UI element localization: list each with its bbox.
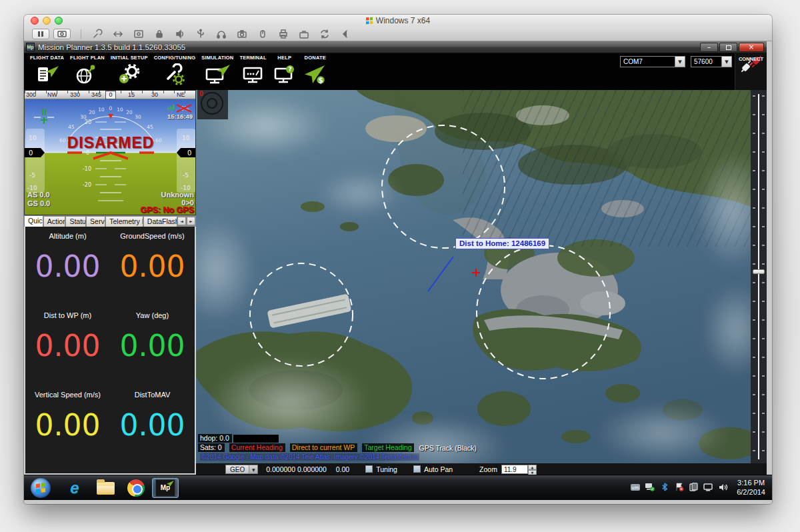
terminal-icon: [241, 62, 265, 87]
menu-simulation[interactable]: SIMULATION: [201, 55, 233, 90]
virtual-disk-icon[interactable]: [133, 29, 145, 39]
camera-icon[interactable]: [237, 29, 248, 39]
quick-cell-dist-to-wp[interactable]: Dist to WP (m) 0.00: [25, 307, 110, 387]
minimize-button[interactable]: –: [700, 43, 718, 52]
headphones-icon[interactable]: [216, 29, 227, 39]
taskbar-chrome[interactable]: [123, 478, 149, 498]
svg-text:20: 20: [89, 109, 95, 115]
display-icon[interactable]: [703, 482, 713, 492]
auto-pan-label: Auto Pan: [424, 465, 453, 473]
mission-planner-icon: Mp: [155, 479, 175, 497]
menu-initial-setup[interactable]: INITIAL SETUP: [111, 55, 148, 90]
shared-folder-icon[interactable]: [299, 29, 310, 39]
map-statusbar: GEO ▼ 0.000000 0.000000 0.00 Tuning Auto…: [196, 463, 767, 475]
hdop-value-box: [233, 435, 279, 443]
initial-setup-icon: [117, 62, 141, 87]
sync-icon[interactable]: [319, 29, 331, 39]
start-button[interactable]: [31, 478, 51, 498]
vm-titlebar: Windows 7 x64: [24, 15, 772, 27]
tuning-label: Tuning: [376, 465, 397, 473]
map-attribution: ©2014 Google - Map data ©2014 Tele Atlas…: [200, 453, 419, 461]
tab-telemetry-logs[interactable]: Telemetry Logs: [105, 216, 143, 227]
quick-cell-disttomav[interactable]: DistToMAV 0.00: [110, 387, 195, 466]
mp-content: 300 NW 330 345 0 15 30 NE: [24, 90, 767, 463]
hud-horizon: 0 10 10 20 20 30 30 45 45 60: [25, 99, 196, 215]
left-panel: 300 NW 330 345 0 15 30 NE: [24, 90, 196, 475]
network-status-icon[interactable]: [645, 482, 655, 492]
hud[interactable]: 300 NW 330 345 0 15 30 NE: [24, 90, 196, 215]
windows-taskbar: e Mp vm 3:16 PM 6/2/2014: [24, 475, 772, 500]
system-tray: vm: [630, 482, 728, 492]
volume-tray-icon[interactable]: [718, 482, 728, 492]
slider-thumb[interactable]: [753, 269, 765, 274]
quick-cell-vertical-speed[interactable]: Vertical Speed (m/s) 0.00: [25, 387, 110, 466]
legend-direct-to-wp: Direct to current WP: [290, 443, 358, 452]
menu-help[interactable]: HELP ?: [273, 55, 297, 90]
chevron-down-icon[interactable]: ▼: [721, 57, 731, 67]
usb-icon[interactable]: [195, 29, 207, 39]
printer-icon[interactable]: [278, 29, 289, 39]
tab-servo[interactable]: Servo: [86, 216, 105, 227]
home-marker-icon: [472, 269, 480, 277]
tab-scroll-right-icon[interactable]: ►: [187, 217, 195, 225]
cloud-wisp: [596, 403, 729, 463]
menu-flight-plan[interactable]: FLIGHT PLAN: [70, 55, 105, 90]
quick-panel: Altitude (m) 0.00 GroundSpeed (m/s) 0.00…: [24, 227, 196, 475]
tab-dataflash-logs[interactable]: DataFlash Lo: [143, 216, 177, 227]
bluetooth-icon[interactable]: [659, 482, 669, 492]
menu-flight-data[interactable]: FLIGHT DATA: [30, 55, 64, 90]
airspeed-readout: AS 0.0: [27, 191, 50, 199]
action-center-flag-icon[interactable]: [674, 482, 684, 492]
clipboard-icon[interactable]: [689, 482, 699, 492]
collapse-toolbar-icon[interactable]: [340, 29, 351, 39]
chevron-down-icon[interactable]: ▼: [675, 57, 685, 67]
svg-text:20: 20: [85, 119, 91, 125]
menu-config-tuning[interactable]: CONFIG/TUNING: [154, 55, 196, 90]
svg-text:vm: vm: [631, 485, 639, 491]
wrench-icon[interactable]: [92, 29, 103, 39]
svg-text:?: ?: [288, 65, 292, 73]
mouse-icon[interactable]: [257, 29, 269, 39]
flight-mode: Unknown: [161, 191, 195, 199]
com-port-select[interactable]: COM7 ▼: [620, 56, 685, 67]
volume-icon[interactable]: [175, 29, 186, 39]
baud-rate-select[interactable]: 57600 ▼: [691, 56, 732, 67]
vmware-tools-icon[interactable]: vm: [630, 482, 640, 492]
quick-cell-groundspeed[interactable]: GroundSpeed (m/s) 0.00: [110, 228, 195, 307]
taskbar-internet-explorer[interactable]: e: [61, 478, 88, 498]
tab-status[interactable]: Status: [65, 216, 86, 227]
svg-text:45: 45: [68, 124, 75, 130]
close-button[interactable]: ×: [739, 43, 764, 52]
taskbar-explorer[interactable]: [92, 478, 119, 498]
connect-button[interactable]: CONNECT: [735, 53, 767, 90]
vm-snapshot-button[interactable]: [53, 29, 71, 39]
legend-gps-track: GPS Track (Black): [419, 444, 476, 452]
coord-format-select[interactable]: GEO ▼: [225, 465, 258, 474]
mp-titlebar[interactable]: Mp Mission Planner 1.3.5 build 1.1.5260.…: [24, 41, 767, 53]
tuning-checkbox[interactable]: [365, 465, 373, 473]
menu-terminal[interactable]: TERMINAL: [239, 55, 266, 90]
maximize-button[interactable]: [719, 43, 737, 52]
tab-scroll-left-icon[interactable]: ◄: [177, 217, 186, 225]
fit-window-icon[interactable]: [113, 29, 124, 39]
slider-track: [758, 94, 759, 459]
chevron-down-icon[interactable]: ▼: [249, 465, 257, 473]
taskbar-mission-planner[interactable]: Mp: [152, 478, 179, 498]
simulation-icon: [204, 62, 231, 87]
map-canvas[interactable]: 0 Dist to Home: 12486169 hdop: 0.0 Sats:…: [196, 90, 751, 463]
tab-quick[interactable]: Quick: [24, 215, 43, 227]
tab-actions[interactable]: Actions: [43, 216, 66, 227]
quick-cell-altitude[interactable]: Altitude (m) 0.00: [25, 228, 110, 307]
legend-current-heading: Current Heading: [229, 443, 285, 452]
zoom-increment-icon[interactable]: ▲: [528, 465, 537, 470]
menu-donate[interactable]: DONATE $: [303, 55, 328, 90]
desktop-edge: [767, 41, 772, 475]
taskbar-clock[interactable]: 3:16 PM 6/2/2014: [737, 478, 765, 497]
map-zoom-slider[interactable]: [751, 90, 767, 463]
zoom-value-input[interactable]: 11.9 ▲ ▼: [501, 465, 537, 474]
lock-icon[interactable]: [154, 29, 165, 39]
auto-pan-checkbox[interactable]: [413, 465, 421, 473]
vm-window-title: Windows 7 x64: [24, 16, 772, 25]
quick-cell-yaw[interactable]: Yaw (deg) 0.00: [110, 307, 195, 387]
vm-pause-button[interactable]: [32, 29, 49, 39]
